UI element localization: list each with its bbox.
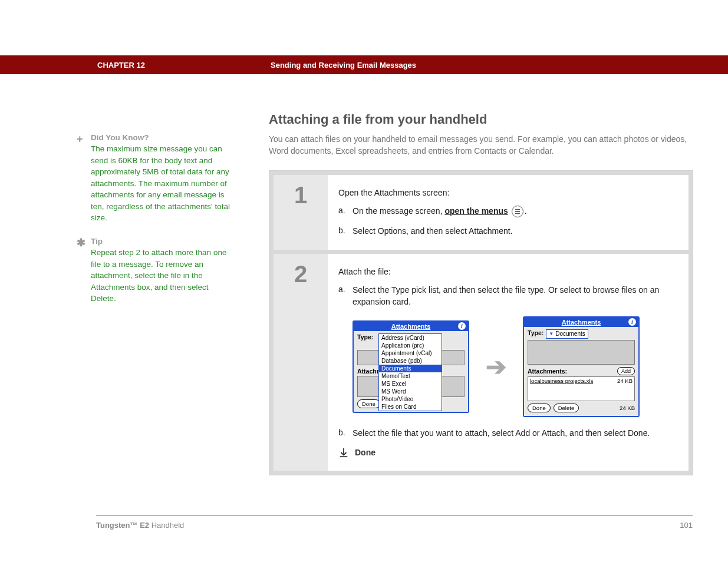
screenshots-row: Attachments i Type: Address (vCard)Appli… — [353, 316, 678, 417]
step-2: 2 Attach the file: a. Select the Type pi… — [274, 254, 689, 471]
step-1: 1 Open the Attachments screen: a. On the… — [274, 175, 689, 250]
menu-icon — [512, 206, 523, 217]
product-name: Tungsten™ E2 Handheld — [96, 521, 184, 530]
preview-area — [528, 340, 635, 365]
type-option[interactable]: Application (prc) — [379, 342, 442, 349]
step1a-letter: a. — [338, 206, 353, 217]
add-button[interactable]: Add — [617, 367, 635, 375]
type-picklist[interactable]: Address (vCard)Application (prc)Appointm… — [378, 333, 442, 411]
open-menus-link[interactable]: open the menus — [444, 206, 508, 216]
asterisk-icon: ✱ — [77, 237, 91, 305]
section-intro: You can attach files on your handheld to… — [269, 133, 693, 157]
step2a-letter: a. — [338, 285, 353, 308]
type-option[interactable]: Files on Card — [379, 403, 442, 411]
dialog-title: Attachments — [391, 323, 431, 330]
chapter-number: CHAPTER 12 — [97, 61, 145, 70]
step-number: 2 — [294, 262, 307, 286]
type-option[interactable]: Documents — [379, 365, 442, 372]
done-arrow-icon — [338, 447, 349, 458]
step2-lead: Attach the file: — [338, 267, 678, 276]
tip-body: Repeat step 2 to attach more than one fi… — [91, 247, 236, 305]
total-size: 24 KB — [620, 405, 635, 411]
type-option[interactable]: Photo/Video — [379, 395, 442, 403]
type-select[interactable]: ▼ Documents — [546, 329, 588, 339]
type-label: Type: — [528, 329, 543, 336]
info-icon[interactable]: i — [458, 322, 466, 330]
sidebar-notes: + Did You Know? The maximum size message… — [77, 133, 236, 318]
attachment-item-name: localbusiness projects.xls — [530, 378, 617, 384]
type-option[interactable]: Address (vCard) — [379, 334, 442, 342]
delete-button[interactable]: Delete — [554, 404, 579, 412]
step2b-letter: b. — [338, 428, 353, 439]
chapter-header: CHAPTER 12 Sending and Receiving Email M… — [0, 55, 728, 74]
tip-heading: Tip — [91, 237, 236, 246]
attachments-dialog-typelist: Attachments i Type: Address (vCard)Appli… — [353, 320, 469, 413]
arrow-right-icon: ➔ — [486, 352, 506, 381]
step-number-cell: 2 — [274, 254, 328, 471]
svg-rect-2 — [515, 213, 520, 214]
attachment-item-size: 24 KB — [617, 378, 633, 384]
dialog-title: Attachments — [562, 319, 601, 326]
done-button[interactable]: Done — [357, 399, 380, 408]
info-icon[interactable]: i — [628, 318, 636, 326]
plus-icon: + — [77, 133, 91, 224]
done-label: Done — [355, 448, 375, 457]
step2a-text: Select the Type pick list, and then sele… — [353, 285, 678, 308]
tip-block: ✱ Tip Repeat step 2 to attach more than … — [77, 237, 236, 305]
type-option[interactable]: Memo/Text — [379, 372, 442, 380]
step1b-text: Select Options, and then select Attachme… — [353, 226, 678, 237]
done-indicator: Done — [338, 447, 678, 458]
step-number-cell: 1 — [274, 175, 328, 250]
step1-lead: Open the Attachments screen: — [338, 188, 678, 197]
type-label: Type: — [357, 333, 373, 340]
type-option[interactable]: MS Word — [379, 388, 442, 395]
dropdown-triangle-icon: ▼ — [549, 330, 554, 338]
chapter-title: Sending and Receiving Email Messages — [271, 61, 416, 70]
step1b-letter: b. — [338, 226, 353, 237]
done-button[interactable]: Done — [528, 404, 551, 412]
attachments-dialog-selected: Attachments i Type: ▼ Documents — [523, 316, 640, 417]
attachments-label: Attachments: — [528, 368, 567, 375]
step1a-text: On the message screen, open the menus . — [353, 206, 678, 217]
main-content: Attaching a file from your handheld You … — [269, 112, 693, 475]
type-option[interactable]: Database (pdb) — [379, 357, 442, 365]
did-you-know-block: + Did You Know? The maximum size message… — [77, 133, 236, 224]
type-option[interactable]: Appointment (vCal) — [379, 349, 442, 357]
did-you-know-heading: Did You Know? — [91, 133, 236, 142]
svg-rect-0 — [515, 209, 520, 210]
section-title: Attaching a file from your handheld — [269, 112, 693, 127]
type-option[interactable]: MS Excel — [379, 380, 442, 388]
page-footer: Tungsten™ E2 Handheld 101 — [96, 515, 693, 530]
page-number: 101 — [680, 521, 693, 530]
step-number: 1 — [294, 183, 307, 207]
svg-rect-1 — [515, 211, 520, 212]
did-you-know-body: The maximum size message you can send is… — [91, 143, 236, 224]
attachments-list[interactable]: localbusiness projects.xls 24 KB — [528, 376, 635, 401]
step2b-text: Select the file that you want to attach,… — [353, 428, 678, 439]
steps-container: 1 Open the Attachments screen: a. On the… — [269, 170, 693, 476]
